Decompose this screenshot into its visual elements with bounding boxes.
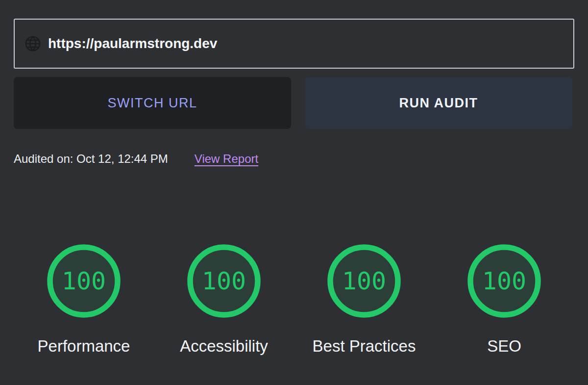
- seo-score-value: 100: [467, 244, 541, 318]
- audit-page: SWITCH URL RUN AUDIT Audited on: Oct 12,…: [0, 0, 588, 385]
- performance-gauge: 100: [47, 244, 121, 318]
- accessibility-gauge: 100: [187, 244, 261, 318]
- run-audit-button[interactable]: RUN AUDIT: [305, 77, 572, 129]
- gauge-cell-accessibility: 100 Accessibility: [154, 244, 294, 356]
- view-report-link[interactable]: View Report: [195, 152, 258, 166]
- gauge-cell-performance: 100 Performance: [14, 244, 154, 356]
- action-buttons: SWITCH URL RUN AUDIT: [14, 77, 574, 129]
- score-gauges: 100 Performance 100 Accessibility 100: [14, 244, 574, 356]
- audited-on-text: Audited on: Oct 12, 12:44 PM: [14, 152, 168, 166]
- switch-url-button[interactable]: SWITCH URL: [14, 77, 291, 129]
- gauge-cell-best-practices: 100 Best Practices: [294, 244, 434, 356]
- accessibility-label: Accessibility: [180, 337, 268, 356]
- performance-score-value: 100: [47, 244, 121, 318]
- audit-meta-row: Audited on: Oct 12, 12:44 PM View Report: [14, 152, 574, 166]
- seo-gauge: 100: [467, 244, 541, 318]
- url-input[interactable]: [48, 36, 564, 51]
- accessibility-score-value: 100: [187, 244, 261, 318]
- performance-label: Performance: [38, 337, 130, 356]
- seo-label: SEO: [487, 337, 521, 356]
- best-practices-score-value: 100: [327, 244, 401, 318]
- globe-icon: [24, 35, 41, 52]
- best-practices-gauge: 100: [327, 244, 401, 318]
- best-practices-label: Best Practices: [313, 337, 416, 356]
- url-input-container[interactable]: [14, 19, 574, 69]
- gauge-cell-seo: 100 SEO: [434, 244, 574, 356]
